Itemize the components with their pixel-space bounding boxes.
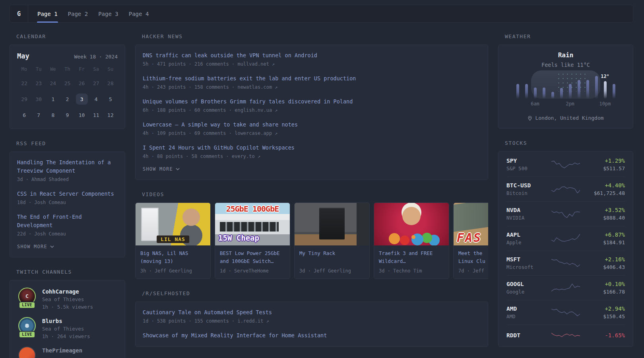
weather-temp-label: 12° [601,74,609,79]
video-thumbnail[interactable] [374,203,449,245]
reddit-item-title[interactable]: Showcase of my Mixed Reality Interface f… [143,331,481,340]
stock-row[interactable]: AAPL Apple +6.87% $184.91 [506,226,625,251]
rss-item-title[interactable]: Handling The Indentation of a Treeview C… [17,158,118,175]
rss-item-meta: 18d · Josh Comeau [17,200,118,205]
dashboard-grid: CALENDAR May Week 18 · 2024 MoTuWeThFrSa… [10,33,633,358]
hackernews-item: Lowercase – A simple way to take and sha… [143,121,481,136]
stock-row[interactable]: SPY S&P 500 +1.29% $511.57 [506,152,625,177]
rss-list: Handling The Indentation of a Treeview C… [17,158,118,237]
video-title[interactable]: My Tiny Rack [299,249,365,265]
weather-bar [525,84,528,99]
video-card[interactable]: LIL NAS Big NAS, Lil NAS (moving 13) 3h … [135,202,211,279]
reddit-item: Cautionary Tale on Automated Speed Tests… [143,308,481,324]
twitch-channel-row[interactable]: C LIVE CohhCarnage Sea of Thieves 1h · 5… [17,288,118,310]
hackernews-item-title[interactable]: Lithium-free sodium batteries exit the l… [143,74,481,83]
weather-bar-column [610,76,618,99]
page-tab[interactable]: Page 2 [63,5,93,22]
calendar-day: 22 [18,78,30,89]
hackernews-show-more-button[interactable]: SHOW MORE [143,166,180,172]
stock-row[interactable]: RDDT -1.65% [506,325,625,346]
stock-row[interactable]: MSFT Microsoft +2.16% $406.43 [506,251,625,275]
video-card[interactable]: My Tiny Rack 3d · Jeff Geerling [294,202,370,279]
video-thumbnail[interactable]: 25GbE 100GbE 15W Cheap [215,203,290,245]
rss-item-meta: 3d · Ahmad Shadeed [17,177,118,182]
stock-row[interactable]: NVDA NVIDIA +3.52% $888.40 [506,201,625,226]
stock-row[interactable]: GOOGL Google +0.10% $166.78 [506,275,625,300]
stocks-card: SPY S&P 500 +1.29% $511.57 [498,151,633,347]
twitch-channel-name: Blurbs [42,318,90,324]
calendar-day: 29 [18,93,30,105]
hackernews-list: DNS traffic can leak outside the VPN tun… [143,51,481,159]
hackernews-item-title[interactable]: Unique volumes of Brothers Grimm fairy t… [143,97,481,106]
stocks-heading: STOCKS [505,140,633,146]
show-more-label: SHOW MORE [143,166,173,172]
page-tab[interactable]: Page 3 [93,5,124,22]
video-title[interactable]: Traefik 3 and FREE Wildcard… [379,249,444,265]
hackernews-item-title[interactable]: Lowercase – A simple way to take and sha… [143,121,481,129]
stock-price: $61,725.48 [582,190,625,196]
weather-bar-column [557,76,565,99]
calendar-day: 3 [76,93,88,105]
reddit-heading: /R/SELFHOSTED [142,290,488,296]
twitch-card: C LIVE CohhCarnage Sea of Thieves 1h · 5… [10,280,125,358]
video-thumbnail[interactable]: FAS [454,203,488,245]
twitch-channel-row[interactable]: B LIVE Blurbs Sea of Thieves 1h · 264 vi… [17,317,118,339]
video-title[interactable]: Meet the Linux Clu [458,249,488,265]
video-thumbnail[interactable] [295,203,369,245]
stock-company-name: S&P 500 [506,165,549,171]
hackernews-item-meta: 4h · 88 points · 58 comments · every.to … [143,154,481,159]
hackernews-section: HACKER NEWS DNS traffic can leak outside… [135,33,488,180]
weather-time-label: 10pm [599,101,611,107]
video-thumbnail[interactable]: LIL NAS [136,203,210,245]
reddit-section: /R/SELFHOSTED Cautionary Tale on Automat… [135,290,488,347]
rss-show-more-button[interactable]: SHOW MORE [17,244,54,249]
video-title[interactable]: Big NAS, Lil NAS (moving 13) [140,249,206,265]
show-more-label: SHOW MORE [17,244,47,249]
hackernews-item-title[interactable]: DNS traffic can leak outside the VPN tun… [143,51,481,60]
calendar-days: 222324252627282930123456789101112 [17,78,118,121]
page-tab[interactable]: Page 1 [32,5,63,22]
twitch-channel-category: Sea of Thieves [42,326,90,332]
rss-item-title[interactable]: The End of Front-End Development [17,213,118,230]
thumbnail-text: 25GbE 100GbE [226,204,279,214]
hackernews-item-title[interactable]: I Spent 24 Hours with GitHub Copilot Wor… [143,144,481,152]
calendar-section: CALENDAR May Week 18 · 2024 MoTuWeThFrSa… [10,33,125,129]
calendar-day: 28 [105,78,116,89]
stock-symbol: BTC-USD [506,182,549,189]
thumbnail-text: LIL NAS [157,235,189,243]
app-logo[interactable]: G [10,5,28,22]
location-pin-icon [528,115,532,121]
hackernews-item: I Spent 24 Hours with GitHub Copilot Wor… [143,144,481,159]
stock-values: +4.40% $61,725.48 [582,182,625,196]
weather-bar [534,88,537,99]
weekday-label: We [50,66,56,72]
calendar-week-year: Week 18 · 2024 [74,54,118,60]
rss-item: Handling The Indentation of a Treeview C… [17,158,118,182]
stock-identity: SPY S&P 500 [506,158,549,171]
video-card[interactable]: FAS Meet the Linux Clu 7d · Jeff [453,202,488,279]
chevron-down-icon [176,168,180,170]
rss-item-title[interactable]: CSS in React Server Components [17,190,118,198]
calendar-day: 5 [105,93,116,105]
stock-change-percent: +2.16% [582,256,625,263]
calendar-day: 27 [90,78,102,89]
stock-row[interactable]: AMD AMD +2.94% $150.45 [506,300,625,325]
stock-price: $511.57 [582,165,625,171]
calendar-day: 9 [61,109,73,121]
calendar-month: May [17,52,29,60]
stock-identity: AAPL Apple [506,232,549,245]
page-tab[interactable]: Page 4 [124,5,154,22]
video-title[interactable]: BEST Low Power 25GbE and 100GbE Switch… [220,249,285,265]
weather-bar [578,80,580,99]
stock-row[interactable]: BTC-USD Bitcoin +4.40% $61,725.48 [506,177,625,201]
video-card[interactable]: 25GbE 100GbE 15W Cheap BEST Low Power 25… [215,202,290,279]
reddit-item-title[interactable]: Cautionary Tale on Automated Speed Tests [143,308,481,317]
stock-sparkline [551,160,580,170]
video-card[interactable]: Traefik 3 and FREE Wildcard… 3d · Techno… [374,202,449,279]
weather-bar-column [540,76,548,99]
stock-symbol: RDDT [506,332,549,339]
rss-section: RSS FEED Handling The Indentation of a T… [10,140,125,257]
weather-time-label: 2pm [566,101,574,107]
twitch-channel-row[interactable]: ThePrimeagen [17,346,118,358]
weather-bar-column [584,76,592,99]
